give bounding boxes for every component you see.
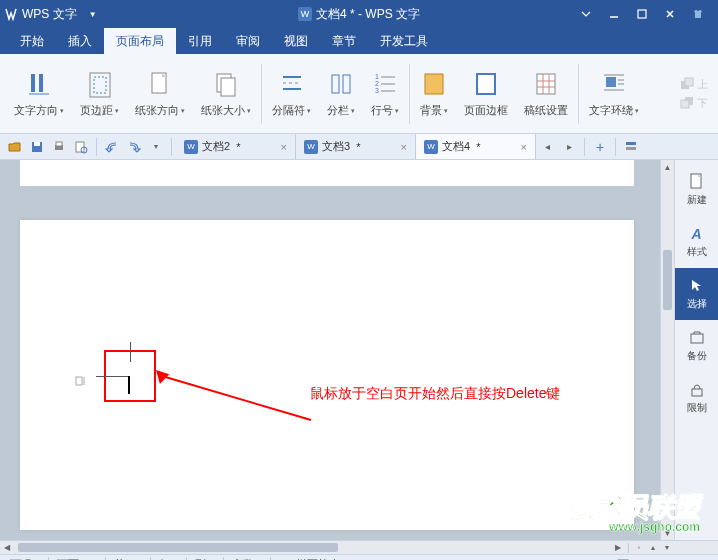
doc-tab-close[interactable]: × xyxy=(281,141,287,153)
tab-section[interactable]: 章节 xyxy=(320,28,368,54)
print-preview-button[interactable] xyxy=(70,136,92,158)
side-backup-label: 备份 xyxy=(687,349,707,363)
scroll-left-icon[interactable]: ◀ xyxy=(0,543,14,552)
window-title-text: 文档4 * - WPS 文字 xyxy=(316,6,420,23)
print-button[interactable] xyxy=(48,136,70,158)
doc-tab-2[interactable]: W 文档2 * × xyxy=(176,134,296,159)
annotation-highlight-box xyxy=(104,350,156,402)
line-numbers-label: 行号 xyxy=(371,103,393,118)
columns-button[interactable]: 分栏▾ xyxy=(319,58,363,129)
side-new-button[interactable]: 新建 xyxy=(675,164,718,216)
tab-page-layout[interactable]: 页面布局 xyxy=(104,28,176,54)
paragraph-mark-icon xyxy=(75,375,87,387)
svg-rect-27 xyxy=(606,77,616,87)
close-button[interactable] xyxy=(656,4,684,24)
tab-review[interactable]: 审阅 xyxy=(224,28,272,54)
save-button[interactable] xyxy=(26,136,48,158)
svg-rect-1 xyxy=(638,10,646,18)
help-dropdown-icon[interactable] xyxy=(572,4,600,24)
scroll-up-icon[interactable]: ▲ xyxy=(661,160,674,174)
genko-label: 稿纸设置 xyxy=(524,103,568,118)
page-border-icon xyxy=(472,69,500,101)
svg-rect-20 xyxy=(425,74,443,94)
breaks-icon xyxy=(278,69,306,101)
undo-button[interactable] xyxy=(101,136,123,158)
next-page-icon[interactable]: ▾ xyxy=(660,543,674,552)
minimize-button[interactable] xyxy=(600,4,628,24)
tab-devtools[interactable]: 开发工具 xyxy=(368,28,440,54)
tab-references[interactable]: 引用 xyxy=(176,28,224,54)
doc-tab-label: 文档2 xyxy=(202,139,230,154)
maximize-button[interactable] xyxy=(628,4,656,24)
doc-tab-close[interactable]: × xyxy=(521,141,527,153)
send-backward-button[interactable]: 下 xyxy=(680,96,708,111)
ribbon: 文字方向▾ 页边距▾ 纸张方向▾ 纸张大小▾ 分隔符▾ 分栏▾ 123 行号▾ … xyxy=(0,54,718,134)
margins-label: 页边距 xyxy=(80,103,113,118)
open-button[interactable] xyxy=(4,136,26,158)
browse-object-icon[interactable]: ◦ xyxy=(632,543,646,552)
h-scroll-thumb[interactable] xyxy=(18,543,338,552)
new-doc-icon xyxy=(688,173,706,191)
page-border-button[interactable]: 页面边框 xyxy=(456,58,516,129)
line-numbers-button[interactable]: 123 行号▾ xyxy=(363,58,407,129)
redo-button[interactable] xyxy=(123,136,145,158)
background-button[interactable]: 背景▾ xyxy=(412,58,456,129)
genko-button[interactable]: 稿纸设置 xyxy=(516,58,576,129)
side-backup-button[interactable]: 备份 xyxy=(675,320,718,372)
svg-rect-37 xyxy=(34,142,40,146)
vertical-scrollbar[interactable]: ▲ ▼ xyxy=(660,160,674,540)
text-direction-button[interactable]: 文字方向▾ xyxy=(6,58,72,129)
menu-tabs: 开始 插入 页面布局 引用 审阅 视图 章节 开发工具 xyxy=(0,28,718,54)
svg-rect-42 xyxy=(626,142,636,145)
app-menu-caret-icon[interactable]: ▼ xyxy=(89,10,97,19)
doc-tab-icon: W xyxy=(424,140,438,154)
bring-forward-button[interactable]: 上 xyxy=(680,77,708,92)
tab-view[interactable]: 视图 xyxy=(272,28,320,54)
doc-tab-icon: W xyxy=(304,140,318,154)
tab-start[interactable]: 开始 xyxy=(8,28,56,54)
doc-tab-4[interactable]: W 文档4 * × xyxy=(416,134,536,159)
text-wrap-label: 文字环绕 xyxy=(589,103,633,118)
titlebar: WPS 文字 ▼ W 文档4 * - WPS 文字 xyxy=(0,0,718,28)
svg-text:1: 1 xyxy=(375,73,379,80)
side-style-label: 样式 xyxy=(687,245,707,259)
orientation-button[interactable]: 纸张方向▾ xyxy=(127,58,193,129)
new-tab-button[interactable]: + xyxy=(589,136,611,158)
svg-rect-8 xyxy=(221,78,235,96)
skin-icon[interactable] xyxy=(684,4,712,24)
scroll-right-icon[interactable]: ▶ xyxy=(611,543,625,552)
svg-rect-5 xyxy=(94,77,106,93)
breaks-button[interactable]: 分隔符▾ xyxy=(264,58,319,129)
breaks-label: 分隔符 xyxy=(272,103,305,118)
tab-insert[interactable]: 插入 xyxy=(56,28,104,54)
qat-customize-icon[interactable]: ▾ xyxy=(145,136,167,158)
scroll-down-icon[interactable]: ▼ xyxy=(661,526,674,540)
text-direction-icon xyxy=(25,69,53,101)
backup-icon xyxy=(688,329,706,347)
svg-rect-39 xyxy=(56,142,62,146)
margins-button[interactable]: 页边距▾ xyxy=(72,58,127,129)
quick-access-toolbar: ▾ W 文档2 * × W 文档3 * × W 文档4 * × ◂ ▸ + xyxy=(0,134,718,160)
tab-nav-prev[interactable]: ◂ xyxy=(536,136,558,158)
app-name: WPS 文字 xyxy=(22,6,77,23)
prev-page-icon[interactable]: ▴ xyxy=(646,543,660,552)
side-style-button[interactable]: A 样式 xyxy=(675,216,718,268)
tab-list-button[interactable] xyxy=(620,136,642,158)
tab-nav-next[interactable]: ▸ xyxy=(558,136,580,158)
side-select-button[interactable]: 选择 xyxy=(675,268,718,320)
side-limit-button[interactable]: 限制 xyxy=(675,372,718,424)
document-area[interactable]: 鼠标放于空白页开始然后直接按Delete键 ▲ ▼ xyxy=(0,160,674,540)
side-limit-label: 限制 xyxy=(687,401,707,415)
doc-tab-3[interactable]: W 文档3 * × xyxy=(296,134,416,159)
horizontal-scrollbar[interactable]: ◀ ▶ ◦ ▴ ▾ xyxy=(0,540,718,554)
background-label: 背景 xyxy=(420,103,442,118)
paper-size-button[interactable]: 纸张大小▾ xyxy=(193,58,259,129)
text-wrap-button[interactable]: 文字环绕▾ xyxy=(581,58,647,129)
svg-rect-22 xyxy=(537,74,555,94)
doc-tab-close[interactable]: × xyxy=(401,141,407,153)
scroll-thumb[interactable] xyxy=(663,250,672,310)
svg-text:3: 3 xyxy=(375,87,379,94)
document-page[interactable]: 鼠标放于空白页开始然后直接按Delete键 xyxy=(20,220,634,530)
svg-rect-13 xyxy=(343,75,350,93)
doc-tab-dirty: * xyxy=(356,141,360,153)
